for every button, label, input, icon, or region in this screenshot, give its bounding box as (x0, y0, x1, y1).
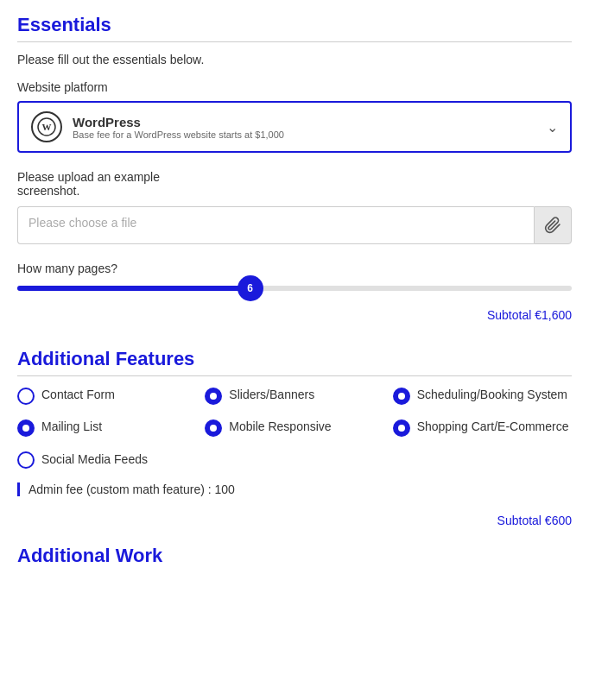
features-grid: Contact FormSliders/BannersScheduling/Bo… (17, 387, 572, 437)
feature-radio-5[interactable] (393, 419, 410, 437)
feature-item-4[interactable]: Mobile Responsive (205, 419, 383, 437)
pages-slider[interactable]: 6 (17, 286, 572, 291)
upload-label: Please upload an example screenshot. (17, 170, 572, 198)
slider-track: 6 (17, 286, 572, 291)
chevron-down-icon: ⌄ (547, 119, 558, 136)
admin-fee-box: Admin fee (custom math feature) : 100 (17, 482, 572, 496)
social-media-label: Social Media Feeds (41, 451, 148, 469)
feature-radio-2[interactable] (393, 388, 410, 405)
platform-info: WordPress Base fee for a WordPress websi… (73, 115, 284, 140)
feature-item-1[interactable]: Sliders/Banners (205, 387, 383, 405)
file-attach-button[interactable] (534, 206, 572, 244)
essentials-divider (17, 41, 572, 42)
admin-fee-text: Admin fee (custom math feature) : 100 (28, 482, 235, 496)
platform-label: Website platform (17, 80, 572, 94)
additional-features-title: Additional Features (17, 348, 572, 370)
feature-item-2[interactable]: Scheduling/Booking System (393, 387, 572, 405)
platform-left: W WordPress Base fee for a WordPress web… (31, 111, 284, 142)
slider-thumb[interactable]: 6 (238, 275, 263, 301)
slider-fill (17, 286, 250, 291)
platform-description: Base fee for a WordPress website starts … (73, 129, 284, 140)
social-media-row[interactable]: Social Media Feeds (17, 451, 572, 469)
additional-features-divider (17, 375, 572, 376)
feature-label-5: Shopping Cart/E-Commerce (417, 419, 569, 436)
feature-item-3[interactable]: Mailing List (17, 419, 196, 437)
wordpress-logo: W (31, 111, 62, 142)
feature-label-0: Contact Form (41, 387, 115, 404)
feature-label-4: Mobile Responsive (229, 419, 331, 436)
feature-item-0[interactable]: Contact Form (17, 387, 196, 405)
feature-label-2: Scheduling/Booking System (417, 387, 567, 404)
feature-radio-1[interactable] (205, 388, 222, 405)
social-media-radio[interactable] (17, 451, 35, 469)
feature-radio-3[interactable] (17, 419, 35, 437)
platform-dropdown[interactable]: W WordPress Base fee for a WordPress web… (17, 101, 572, 153)
additional-features-subtotal: Subtotal €600 (17, 514, 572, 527)
file-input[interactable]: Please choose a file (17, 206, 534, 244)
feature-item-5[interactable]: Shopping Cart/E-Commerce (393, 419, 572, 437)
feature-radio-0[interactable] (17, 388, 35, 405)
pages-label: How many pages? (17, 262, 572, 275)
feature-radio-4[interactable] (205, 419, 222, 437)
platform-name: WordPress (73, 115, 284, 129)
essentials-subtitle: Please fill out the essentials below. (17, 53, 572, 66)
feature-label-3: Mailing List (41, 419, 102, 436)
svg-text:W: W (42, 122, 52, 132)
file-upload-row: Please choose a file (17, 206, 572, 244)
essentials-subtotal: Subtotal €1,600 (17, 308, 572, 322)
essentials-title: Essentials (17, 14, 572, 36)
additional-work-title: Additional Work (17, 545, 572, 567)
feature-label-1: Sliders/Banners (229, 387, 314, 404)
